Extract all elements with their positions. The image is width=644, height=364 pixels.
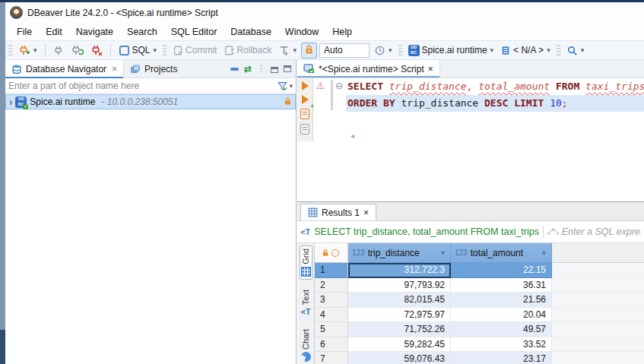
close-icon[interactable]: ×	[112, 64, 117, 74]
sql-expression-placeholder[interactable]: Enter a SQL expression to	[562, 226, 641, 237]
sql-identifier: taxi_trips	[585, 81, 644, 92]
menu-edit[interactable]: Edit	[39, 24, 69, 40]
tree-item-connection[interactable]: › ODBC✓ Spice.ai runtime - 10.0.0.238:50…	[5, 94, 296, 109]
transaction-history-button[interactable]: ▾	[372, 43, 395, 58]
row-number[interactable]: 3	[315, 293, 348, 308]
tab-projects[interactable]: Projects	[124, 60, 183, 78]
search-button[interactable]: ▾	[564, 43, 587, 58]
maximize-view-icon[interactable]	[284, 65, 291, 72]
column-header-total-amount[interactable]: 123 total_amount ▼	[451, 243, 552, 263]
table-corner-cell[interactable]	[315, 243, 348, 263]
execute-statement-button[interactable]	[302, 81, 309, 90]
table-row[interactable]: 2 97,793.92 36.31	[315, 278, 644, 293]
scroll-left-icon[interactable]: ◂	[351, 131, 354, 140]
cell-total-amount[interactable]: 49.57	[451, 322, 552, 337]
window-left-border	[0, 2, 5, 364]
menu-file[interactable]: File	[10, 24, 39, 40]
chevron-down-icon[interactable]: ▾	[293, 46, 297, 54]
disconnect-button[interactable]	[88, 43, 105, 58]
row-number[interactable]: 2	[315, 278, 348, 293]
table-row[interactable]: 5 71,752.26 49.57	[315, 322, 644, 337]
filter-funnel-icon[interactable]	[277, 81, 288, 91]
sql-line-1[interactable]: SELECT trip_distance, total_amount FROM …	[346, 78, 644, 95]
chevron-down-icon[interactable]: ▾	[154, 46, 157, 54]
script-management-button[interactable]	[300, 124, 309, 135]
menu-window[interactable]: Window	[278, 24, 325, 40]
row-number[interactable]: 6	[315, 337, 348, 353]
minimize-view-icon[interactable]	[271, 67, 278, 73]
active-schema-selector[interactable]: < N/A > ▾	[498, 43, 553, 58]
table-row[interactable]: 1 312,722.3 22.15	[315, 263, 644, 278]
execute-script-button[interactable]	[300, 109, 309, 119]
chevron-down-icon[interactable]: ▾	[33, 46, 37, 54]
chevron-down-icon[interactable]: ▾	[547, 46, 550, 54]
view-tab-grid[interactable]: Grid	[300, 245, 312, 280]
table-row[interactable]: 3 82,015.45 21.56	[315, 293, 644, 308]
new-sql-editor-button[interactable]: SQL ▾	[116, 43, 160, 58]
row-number[interactable]: 5	[315, 322, 348, 337]
window-title: DBeaver Lite 24.2.0 - <Spice.ai runtime>…	[27, 8, 218, 18]
chevron-down-icon[interactable]: ▾	[490, 46, 494, 54]
sql-editor-icon	[303, 64, 315, 74]
sql-line-2[interactable]: ORDER BY trip_distance DESC LIMIT 10;	[346, 95, 644, 112]
cell-trip-distance[interactable]: 59,282.45	[348, 337, 451, 353]
cell-trip-distance[interactable]: 72,975.97	[348, 308, 451, 323]
object-filter-input[interactable]	[8, 81, 277, 91]
table-row[interactable]: 7 59,076.43 23.17	[315, 352, 644, 364]
close-icon[interactable]: ×	[428, 64, 433, 74]
menu-database[interactable]: Database	[224, 24, 278, 40]
execute-new-tab-button[interactable]: +	[302, 95, 309, 104]
tab-database-navigator[interactable]: Database Navigator ×	[5, 60, 124, 78]
fold-collapse-icon[interactable]: ⊖	[335, 81, 343, 91]
view-tab-text[interactable]: Text <T	[300, 287, 311, 319]
tab-results-1[interactable]: Results 1 ×	[300, 204, 376, 220]
cell-total-amount[interactable]: 36.31	[451, 278, 552, 293]
connect-button[interactable]	[51, 43, 67, 58]
commit-mode-combo[interactable]	[319, 43, 370, 58]
menu-search[interactable]: Search	[120, 24, 164, 40]
new-connection-button[interactable]: ▾	[16, 43, 40, 58]
transaction-log-button[interactable]: ▾	[276, 43, 299, 58]
chevron-down-icon[interactable]: ▾	[289, 82, 293, 90]
column-header-trip-distance[interactable]: 123 trip_distance ▼	[348, 243, 451, 263]
table-row[interactable]: 4 72,975.97 20.04	[315, 308, 644, 323]
cell-trip-distance[interactable]: 97,793.92	[348, 278, 451, 293]
menu-sql-editor[interactable]: SQL Editor	[164, 24, 224, 40]
sort-desc-icon[interactable]: ▼	[439, 249, 446, 257]
view-menu-icon[interactable]: ⋮	[257, 64, 265, 74]
rollback-button[interactable]: Rollback	[221, 43, 274, 58]
row-number[interactable]: 4	[315, 308, 348, 323]
cell-total-amount[interactable]: 21.56	[451, 293, 552, 308]
cell-total-amount[interactable]: 20.04	[451, 308, 552, 323]
tree-expander-icon[interactable]: ›	[9, 96, 12, 109]
close-icon[interactable]: ×	[363, 207, 369, 218]
tab-sql-script[interactable]: *<Spice.ai runtime> Script ×	[297, 60, 440, 78]
chevron-down-icon[interactable]: ▾	[389, 46, 392, 54]
autocommit-lock-toggle[interactable]	[301, 43, 317, 59]
sort-desc-icon[interactable]: ▼	[541, 249, 547, 257]
cell-total-amount[interactable]: 33.52	[451, 337, 552, 353]
cell-trip-distance[interactable]: 82,015.45	[348, 293, 451, 308]
view-tab-chart[interactable]: Chart	[300, 327, 312, 364]
sql-editor-area[interactable]: + ⚠ ⊖ SELECT trip_distance, total_amount…	[297, 78, 644, 141]
link-with-editor-icon[interactable]: ⇄	[244, 64, 252, 74]
editor-horizontal-scrollbar[interactable]: ◂	[351, 131, 641, 140]
collapse-all-icon[interactable]	[230, 68, 239, 71]
active-connection-selector[interactable]: ODBC Spice.ai runtime ▾	[406, 43, 496, 58]
cell-total-amount[interactable]: 23.17	[451, 352, 552, 364]
tab-label: *<Spice.ai runtime> Script	[319, 64, 424, 74]
row-number[interactable]: 7	[315, 352, 348, 364]
chevron-down-icon[interactable]: ▾	[581, 46, 585, 54]
reconnect-button[interactable]	[69, 43, 86, 58]
row-number[interactable]: 1	[315, 263, 348, 278]
cell-trip-distance[interactable]: 59,076.43	[348, 352, 451, 364]
view-tab-label: Grid	[301, 248, 310, 264]
expand-panel-icon[interactable]: ⤢⤡	[547, 227, 558, 236]
table-row[interactable]: 6 59,282.45 33.52	[315, 337, 644, 353]
commit-button[interactable]: Commit	[170, 43, 219, 58]
cell-total-amount[interactable]: 22.15	[451, 263, 552, 278]
menu-navigate[interactable]: Navigate	[69, 24, 120, 40]
cell-trip-distance[interactable]: 312,722.3	[348, 263, 451, 278]
cell-trip-distance[interactable]: 71,752.26	[348, 322, 451, 337]
menu-help[interactable]: Help	[325, 24, 359, 40]
